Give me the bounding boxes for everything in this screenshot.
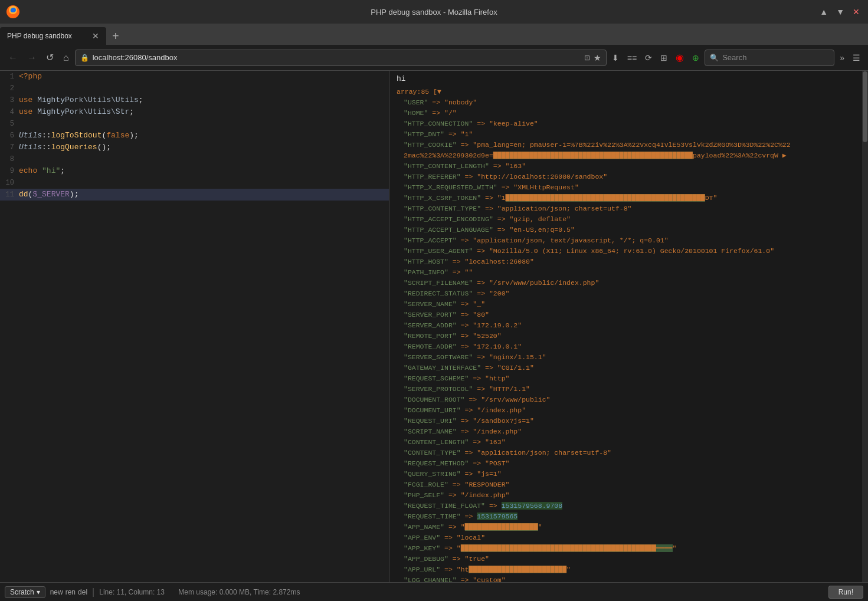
scratch-dropdown[interactable]: Scratch ▾ [5,586,45,598]
code-content: 1 <?php 2 3 use MightyPork\Utils\Utils; … [0,71,389,201]
bookmark-icon: ★ [594,53,601,63]
code-line-1: 1 <?php [0,71,389,83]
container-icon[interactable]: ⊞ [657,51,670,65]
window-controls: ▲ ▼ ✕ [817,6,862,18]
scrollbar-track[interactable] [862,71,868,582]
overflow-icon[interactable]: » [837,51,847,65]
code-line-10: 10 [0,177,389,189]
new-tab-btn[interactable]: + [106,27,125,45]
status-actions: new ren del [50,588,87,596]
del-action[interactable]: del [78,588,87,596]
code-line-3: 3 use MightyPork\Utils\Utils; [0,94,389,106]
code-line-5: 5 [0,118,389,130]
code-line-9: 9 echo "hi"; [0,165,389,177]
address-text: localhost:26080/sandbox [93,53,581,62]
addon2-icon[interactable]: ⊕ [689,51,702,65]
scratch-label: Scratch [10,588,34,596]
sync-icon[interactable]: ⟳ [642,51,655,65]
output-pane[interactable]: hi array:85 [▼ "USER" => "nobody" "HOME"… [389,71,868,582]
statusbar: Scratch ▾ new ren del | Line: 11, Column… [0,582,868,601]
tab-close-btn[interactable]: ✕ [92,31,99,41]
status-position: Line: 11, Column: 13 Mem usage: 0.000 MB… [99,588,823,596]
close-btn[interactable]: ✕ [850,6,862,18]
address-bar[interactable]: 🔒 localhost:26080/sandbox ⊡ ★ [75,50,607,66]
menu-icon[interactable]: ☰ [850,51,863,65]
output-hi: hi [389,71,868,84]
code-line-7: 7 Utils::logQueries(); [0,142,389,153]
search-bar[interactable]: 🔍 Search [705,50,834,66]
lock-icon: 🔒 [80,54,89,62]
content-area: 1 <?php 2 3 use MightyPork\Utils\Utils; … [0,71,868,582]
download-icon[interactable]: ⬇ [609,51,622,65]
tab-bar: PHP debug sandbox ✕ + [0,24,868,45]
navbar: ← → ↺ ⌂ 🔒 localhost:26080/sandbox ⊡ ★ ⬇ … [0,45,868,71]
code-editor[interactable]: 1 <?php 2 3 use MightyPork\Utils\Utils; … [0,71,389,582]
dropdown-arrow: ▾ [37,588,40,596]
restore-btn[interactable]: ▼ [834,6,847,18]
output-array: array:85 [▼ "USER" => "nobody" "HOME" =>… [389,84,868,582]
reader-icon: ⊡ [584,54,590,62]
code-line-6: 6 Utils::logToStdout(false); [0,130,389,142]
new-action[interactable]: new [50,588,63,596]
firefox-icon [6,5,20,19]
code-line-11: 11 dd($_SERVER); [0,189,389,201]
minimize-btn[interactable]: ▲ [817,6,830,18]
reload-btn[interactable]: ↺ [42,50,57,65]
bookmarks-icon[interactable]: ≡≡ [624,51,640,65]
forward-btn[interactable]: → [24,50,40,65]
search-placeholder: Search [722,53,746,62]
back-btn[interactable]: ← [5,50,21,65]
status-separator: | [92,587,94,597]
run-button[interactable]: Run! [828,586,863,599]
scrollbar-thumb[interactable] [863,71,867,142]
home-btn[interactable]: ⌂ [60,50,73,65]
ren-action[interactable]: ren [65,588,76,596]
titlebar: PHP debug sandbox - Mozilla Firefox ▲ ▼ … [0,0,868,24]
addon1-icon[interactable]: ◉ [673,50,687,65]
active-tab[interactable]: PHP debug sandbox ✕ [0,27,106,45]
code-line-4: 4 use MightyPork\Utils\Str; [0,106,389,118]
code-line-2: 2 [0,83,389,94]
tab-label: PHP debug sandbox [7,32,72,40]
search-icon: 🔍 [710,54,719,62]
window-title: PHP debug sandbox - Mozilla Firefox [371,8,497,17]
code-line-8: 8 [0,153,389,165]
